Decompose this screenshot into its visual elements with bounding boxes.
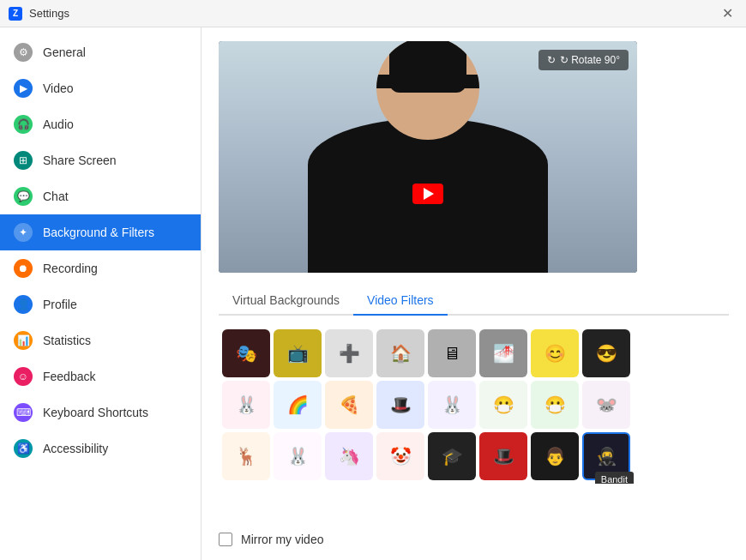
tabs-row: Virtual BackgroundsVideo Filters — [219, 286, 729, 316]
filter-item-f7[interactable]: 😊 — [531, 329, 579, 377]
recording-icon: ⏺ — [14, 259, 33, 278]
sidebar-label-keyboard: Keyboard Shortcuts — [43, 406, 148, 419]
rotate-label: ↻ Rotate 90° — [560, 54, 620, 66]
sidebar-item-statistics[interactable]: 📊Statistics — [0, 322, 201, 358]
filter-item-f10[interactable]: 🌈 — [274, 381, 322, 429]
sidebar-label-video: Video — [43, 81, 74, 95]
mirror-checkbox[interactable] — [219, 533, 232, 546]
sidebar-label-recording: Recording — [43, 262, 98, 275]
sidebar: ⚙General▶Video🎧Audio⊞Share Screen💬Chat✦B… — [0, 27, 202, 560]
sidebar-label-profile: Profile — [43, 298, 77, 311]
audio-icon: 🎧 — [14, 115, 33, 134]
background-icon: ✦ — [14, 223, 33, 242]
filter-item-f5[interactable]: 🖥 — [428, 329, 476, 377]
filter-item-f11[interactable]: 🍕 — [325, 381, 373, 429]
filter-item-f17[interactable]: 🦌 — [222, 432, 270, 480]
share-screen-icon: ⊞ — [14, 151, 33, 170]
sidebar-label-audio: Audio — [43, 117, 74, 131]
mask — [389, 67, 466, 93]
filter-item-f19[interactable]: 🦄 — [325, 432, 373, 480]
video-icon: ▶ — [14, 79, 33, 98]
mirror-label: Mirror my video — [241, 533, 323, 546]
sidebar-label-accessibility: Accessibility — [43, 442, 108, 455]
keyboard-icon: ⌨ — [14, 403, 33, 422]
youtube-logo — [412, 184, 443, 204]
filter-item-f21[interactable]: 🎓 — [428, 432, 476, 480]
chat-icon: 💬 — [14, 187, 33, 206]
tab-video-filters[interactable]: Video Filters — [353, 286, 448, 316]
filter-item-f20[interactable]: 🤡 — [376, 432, 424, 480]
sidebar-item-audio[interactable]: 🎧Audio — [0, 106, 201, 142]
filter-item-f23[interactable]: 👨 — [531, 432, 579, 480]
filter-item-f3[interactable]: ➕ — [325, 329, 373, 377]
filter-item-f22[interactable]: 🎩 — [479, 432, 527, 480]
filters-grid-container: 🎭📺➕🏠🖥🌁😊😎🐰🌈🍕🎩🐰😷😷🐭🦌🐰🦄🤡🎓🎩👨🥷Bandit — [219, 326, 729, 521]
sidebar-label-background: Background & Filters — [43, 226, 154, 239]
close-button[interactable]: ✕ — [717, 3, 737, 24]
app-icon: Z — [9, 7, 22, 21]
filter-item-f4[interactable]: 🏠 — [376, 329, 424, 377]
sidebar-item-background[interactable]: ✦Background & Filters — [0, 214, 201, 250]
mirror-row: Mirror my video — [219, 533, 729, 546]
sidebar-item-share-screen[interactable]: ⊞Share Screen — [0, 142, 201, 178]
rotate-button[interactable]: ↻ ↻ Rotate 90° — [538, 50, 629, 70]
sidebar-item-recording[interactable]: ⏺Recording — [0, 250, 201, 286]
main-content: ↻ ↻ Rotate 90° Virtual BackgroundsVideo … — [202, 27, 746, 560]
sidebar-label-chat: Chat — [43, 190, 69, 203]
sidebar-item-accessibility[interactable]: ♿Accessibility — [0, 431, 201, 467]
profile-icon: 👤 — [14, 295, 33, 314]
video-preview: ↻ ↻ Rotate 90° — [219, 41, 637, 273]
filter-item-f14[interactable]: 😷 — [479, 381, 527, 429]
window-title: Settings — [29, 7, 717, 20]
tab-virtual-bg[interactable]: Virtual Backgrounds — [219, 286, 353, 316]
filter-item-f16[interactable]: 🐭 — [582, 381, 630, 429]
filters-grid: 🎭📺➕🏠🖥🌁😊😎🐰🌈🍕🎩🐰😷😷🐭🦌🐰🦄🤡🎓🎩👨🥷Bandit — [219, 326, 729, 484]
sidebar-item-keyboard[interactable]: ⌨Keyboard Shortcuts — [0, 394, 201, 431]
filter-item-f12[interactable]: 🎩 — [376, 381, 424, 429]
filter-item-f1[interactable]: 🎭 — [222, 329, 270, 377]
title-bar: Z Settings ✕ — [0, 0, 746, 27]
feedback-icon: ☺ — [14, 367, 33, 386]
sidebar-item-general[interactable]: ⚙General — [0, 34, 201, 70]
sidebar-label-feedback: Feedback — [43, 370, 95, 383]
sidebar-label-share-screen: Share Screen — [43, 154, 117, 167]
sidebar-item-profile[interactable]: 👤Profile — [0, 286, 201, 322]
person-head — [376, 41, 479, 140]
filter-item-f18[interactable]: 🐰 — [274, 432, 322, 480]
statistics-icon: 📊 — [14, 331, 33, 350]
filter-item-f24[interactable]: 🥷 — [582, 432, 630, 480]
general-icon: ⚙ — [14, 43, 33, 62]
sidebar-item-feedback[interactable]: ☺Feedback — [0, 358, 201, 394]
filter-item-f13[interactable]: 🐰 — [428, 381, 476, 429]
accessibility-icon: ♿ — [14, 439, 33, 458]
rotate-icon: ↻ — [547, 54, 556, 66]
sidebar-label-general: General — [43, 45, 86, 59]
person-silhouette — [219, 41, 637, 273]
sidebar-item-video[interactable]: ▶Video — [0, 70, 201, 106]
filter-item-f8[interactable]: 😎 — [582, 329, 630, 377]
filter-item-f15[interactable]: 😷 — [531, 381, 579, 429]
app-body: ⚙General▶Video🎧Audio⊞Share Screen💬Chat✦B… — [0, 27, 746, 560]
sidebar-label-statistics: Statistics — [43, 334, 91, 347]
sidebar-item-chat[interactable]: 💬Chat — [0, 178, 201, 214]
filter-item-f9[interactable]: 🐰 — [222, 381, 270, 429]
filter-item-f2[interactable]: 📺 — [274, 329, 322, 377]
filter-item-f6[interactable]: 🌁 — [479, 329, 527, 377]
